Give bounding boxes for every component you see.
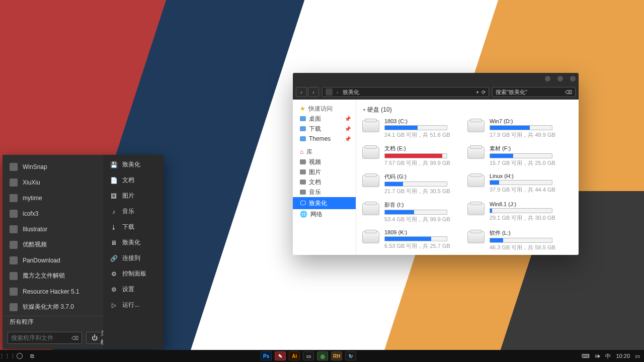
sidebar-quick-item[interactable]: Themes 📌 [293,134,356,144]
app-label: mytime [23,195,42,202]
taskbar-app[interactable]: Ai [289,351,300,360]
pin-icon[interactable]: 📌 [345,116,351,122]
start-place-item[interactable]: ⚙ 设置 [103,282,164,297]
start-app-item[interactable]: Illustrator [3,221,103,237]
explorer-search-input[interactable]: 搜索"致美化" ⌫ [492,87,576,97]
drive-label: 素材 (F:) [490,145,571,152]
place-icon: ⚙ [110,286,117,293]
drive-item[interactable]: 影音 (I:) 53.4 GB 可用，共 99.9 GB [362,201,465,223]
drive-icon [467,175,485,187]
start-app-item[interactable]: PanDownload [3,252,103,268]
minimize-button[interactable] [545,76,550,81]
drive-item[interactable]: 代码 (G:) 21.7 GB 可用，共 30.5 GB [362,173,465,195]
pin-icon[interactable]: 📌 [345,126,351,132]
start-app-item[interactable]: icofx3 [3,206,103,221]
pin-icon[interactable]: 📌 [345,136,351,142]
tray-volume-icon[interactable]: 🕪 [595,353,600,359]
tray-keyboard-icon[interactable]: ⌨ [582,353,590,359]
drive-stats: 15.7 GB 可用，共 25.0 GB [490,159,571,167]
maximize-button[interactable] [557,76,563,81]
drive-item[interactable]: 素材 (F:) 15.7 GB 可用，共 25.0 GB [467,145,571,167]
drive-label: 软件 (L:) [490,229,571,237]
place-label: 连接到 [122,254,140,262]
drive-item[interactable]: Win8.1 (J:) 29.1 GB 可用，共 30.0 GB [467,201,571,223]
sidebar-this-pc[interactable]: 🖵致美化 [293,197,356,209]
start-button[interactable]: ⋮⋮⋮ [4,353,11,359]
start-place-item[interactable]: 💾 致美化 [103,157,164,172]
place-icon: ▷ [110,302,117,309]
nav-back-button[interactable]: ‹ [296,87,307,97]
start-place-item[interactable]: 🔗 连接到 [103,250,164,266]
drive-icon [467,203,485,215]
nav-forward-button[interactable]: › [308,87,319,97]
start-menu: WinSnap XiuXiu mytime icofx3 Illustrator… [3,155,164,349]
taskbar-app[interactable]: Ps [261,351,272,360]
start-app-item[interactable]: 软媒美化大师 3.7.0 [3,299,103,315]
place-label: 下载 [122,223,134,231]
sidebar-library-item[interactable]: 视频 [293,157,356,167]
start-place-item[interactable]: 📄 文档 [103,172,164,188]
drive-item[interactable]: 1803 (C:) 24.1 GB 可用，共 51.6 GB [362,118,465,139]
taskbar-app[interactable]: ✎ [275,351,286,360]
drive-label: 文档 (E:) [384,145,465,152]
drive-section-header[interactable]: ▾ 硬盘 (10) [363,106,571,114]
address-bar[interactable]: › 致美化 ▾ ⟳ [322,87,489,97]
drive-item[interactable]: 文档 (E:) 7.57 GB 可用，共 99.9 GB [362,145,465,167]
drive-icon [467,231,485,243]
sidebar-library-item[interactable]: 音乐 [293,187,356,197]
dropdown-icon[interactable]: ▾ [476,90,478,95]
drive-item[interactable]: 1809 (K:) 6.53 GB 可用，共 25.7 GB [362,229,465,251]
drive-item[interactable]: Linux (H:) 37.9 GB 可用，共 44.4 GB [467,173,571,195]
drive-icon [362,231,379,243]
start-app-item[interactable]: WinSnap [3,159,103,174]
start-place-item[interactable]: ▷ 运行... [103,297,164,313]
start-place-item[interactable]: ♪ 音乐 [103,204,164,219]
drive-icon [362,120,379,132]
start-app-item[interactable]: 优酷视频 [3,237,103,252]
app-icon [10,163,18,171]
taskbar-app[interactable]: ▭ [303,351,314,360]
taskbar-app[interactable]: RH [331,351,342,360]
start-place-item[interactable]: ⚙ 控制面板 [103,266,164,282]
place-label: 致美化 [122,238,140,247]
start-app-item[interactable]: Resource Hacker 5.1 [3,284,103,299]
sidebar-quick-item[interactable]: 下载 📌 [293,124,356,134]
start-app-item[interactable]: 魔方之文件解锁 [3,268,103,284]
refresh-icon[interactable]: ⟳ [481,89,486,95]
drive-item[interactable]: 软件 (L:) 46.3 GB 可用，共 58.5 GB [467,229,571,251]
all-programs[interactable]: 所有程序 [3,316,103,328]
sidebar-quick-item[interactable]: 桌面 📌 [293,114,356,124]
close-button[interactable] [570,76,576,81]
drive-usage-bar [490,208,552,213]
start-app-item[interactable]: mytime [3,190,103,206]
cortana-icon[interactable] [17,353,23,359]
start-search-input[interactable]: ⌫ [8,332,82,344]
start-place-item[interactable]: ⭳ 下载 [103,219,164,235]
drive-icon [362,175,379,187]
app-icon [10,256,18,264]
sidebar-library-item[interactable]: 文档 [293,177,356,187]
start-place-item[interactable]: 🖥 致美化 [103,235,164,250]
sidebar-library[interactable]: ⌂库 [293,147,356,157]
taskbar: ⋮⋮⋮ ⧉ Ps✎Ai▭◎RH↻ ⌨ 🕪 中 10:20 ▭ [0,350,644,362]
clear-icon[interactable]: ⌫ [565,89,572,95]
start-place-item[interactable]: 🖼 图片 [103,188,164,204]
taskbar-app[interactable]: ◎ [317,351,328,360]
drive-usage-bar [490,153,552,158]
start-app-item[interactable]: XiuXiu [3,174,103,190]
tray-notifications-icon[interactable]: ▭ [635,353,640,359]
app-label: Resource Hacker 5.1 [23,288,79,295]
drive-usage-bar [490,180,552,185]
folder-icon [300,126,306,131]
sidebar-network[interactable]: 🌐网络 [293,209,356,219]
drive-item[interactable]: Win7 (D:) 17.9 GB 可用，共 49.9 GB [467,118,571,139]
clear-icon[interactable]: ⌫ [71,335,78,341]
task-view-icon[interactable]: ⧉ [29,353,35,359]
place-icon: 🖼 [110,193,117,200]
window-titlebar[interactable] [293,73,579,84]
taskbar-app[interactable]: ↻ [345,351,356,360]
tray-ime-indicator[interactable]: 中 [605,352,611,360]
sidebar-quick-access[interactable]: ★快速访问 [293,104,356,114]
tray-clock[interactable]: 10:20 [616,353,630,359]
sidebar-library-item[interactable]: 图片 [293,167,356,177]
